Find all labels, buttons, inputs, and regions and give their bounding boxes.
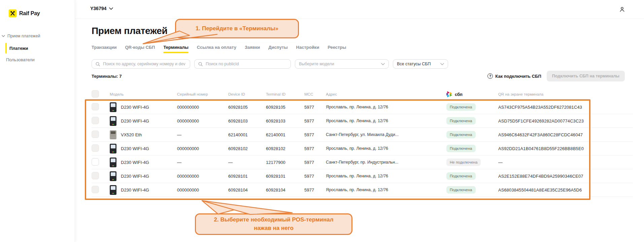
select-all-checkbox[interactable] [92,90,99,98]
search-address-field[interactable] [92,59,190,69]
mcc: 5977 [304,118,326,124]
sbp-status-badge: Не подключена [446,159,481,166]
sidebar-item[interactable]: Пользователи [0,54,75,65]
sbp-status-select-value: Все статусы СБП [397,62,431,66]
address: Ярославль, пр. Ленина, д. 12/76 [326,187,446,192]
sidebar-section-payments-accept[interactable]: Прием платежей [0,32,75,40]
annotation-step1: 1. Перейдите в «Терминалы» [175,19,299,38]
terminals-count: Терминалы: 7 [92,74,122,79]
models-select[interactable]: Выберите модели [295,59,389,69]
col-header-sbp: сбп [446,91,498,98]
terminal-device-icon [110,144,116,153]
terminal-row[interactable]: D230 WIFI-4G 000000000 60928102 60928102… [92,142,633,155]
device-id: 62140001 [228,132,266,137]
sidebar-section-label: Прием платежей [7,34,40,38]
serial-number: 000000000 [177,146,228,151]
sidebar-items: Платежи Пользователи [0,42,75,65]
row-checkbox[interactable] [92,117,99,124]
terminal-id: 62140001 [266,132,304,137]
terminal-table-body: D230 WIFI-4G 000000000 60928105 60928105… [92,100,633,197]
model-label: D230 WIFI-4G [121,105,149,110]
terminals-table: Модель Серийный номер Device ID Terminal… [92,88,633,197]
tab[interactable]: Транзакции [92,45,116,53]
device-id: 60928103 [228,118,266,124]
terminal-row[interactable]: VX520 Eth — 62140001 62140001 5977 Санкт… [92,128,633,142]
tab[interactable]: Терминалы [163,45,188,53]
brand-logo: Raif Pay [9,9,40,17]
terminal-row[interactable]: D230 WIFI-4G 000000000 60928104 60928104… [92,183,633,197]
sbp-logo-icon [446,91,453,98]
col-header-device-id: Device ID [228,92,266,96]
search-icon [96,62,100,66]
chevron-down-icon [109,7,113,10]
tab[interactable]: Диспуты [268,45,287,53]
sidebar-nav: Прием платежей Платежи Пользователи [0,32,75,65]
address: Ярославль, пр. Ленина, д. 12/76 [326,146,446,151]
chevron-down-icon [381,63,385,65]
terminal-id: 60928105 [266,105,304,110]
sbp-status-select[interactable]: Все статусы СБП [393,59,448,69]
sbp-status-badge: Подключена [446,172,476,180]
sidebar-item-label: Платежи [9,46,28,51]
col-header-qr: QR на экране терминала [498,92,633,96]
account-switcher[interactable]: Y36794 [90,6,113,11]
terminal-id: 60928101 [266,174,304,179]
tab[interactable]: Настройки [296,45,319,53]
col-header-model: Модель [110,92,177,96]
device-id: 60928105 [228,105,266,110]
connect-sbp-button[interactable]: Подключить СБП на терминалы [547,71,625,81]
serial-number: 000000000 [177,105,228,110]
address: Ярославль, пр. Ленина, д. 12/76 [326,105,446,109]
qr-code: AS2E152E88E74DF4BD9A25990346CE07 [498,174,633,179]
sbp-logo-text: сбп [455,92,463,97]
serial-number: 000000000 [177,174,228,179]
terminal-device-icon [110,158,116,167]
model-label: D230 WIFI-4G [121,187,149,193]
topbar: Y36794 [75,0,644,19]
terminal-row[interactable]: D230 WIFI-4G 000000000 60928105 60928105… [92,100,633,114]
col-header-address: Адрес [326,92,446,96]
terminal-id: 12177900 [266,160,304,165]
chevron-down-icon [2,35,5,37]
filter-bar: Выберите модели Все статусы СБП [92,59,448,69]
search-publicid-input[interactable] [205,61,287,67]
row-checkbox[interactable] [92,158,99,166]
row-checkbox[interactable] [92,144,99,152]
tab[interactable]: QR-коды СБП [125,45,155,53]
account-id: Y36794 [90,6,106,11]
terminal-row[interactable]: D230 WIFI-4G — — 12177900 5977 Санкт-Пет… [92,155,633,169]
row-checkbox[interactable] [92,186,99,193]
terminal-device-icon [110,116,116,126]
terminal-id: 60928104 [266,187,304,193]
header-actions: ? Как подключить СБП Подключить СБП на т… [487,71,625,81]
terminal-device-icon [110,185,116,195]
active-indicator-bar [5,43,7,54]
profile-button[interactable] [618,5,626,14]
model-label: D230 WIFI-4G [121,174,149,179]
serial-number: 000000000 [177,187,228,193]
brand-name: Raif Pay [19,10,40,16]
sbp-status-badge: Подключена [446,117,476,125]
sidebar-item[interactable]: Платежи [0,42,75,54]
tab[interactable]: Ссылка на оплату [197,45,236,53]
mcc: 5977 [304,105,326,110]
user-icon [619,6,625,13]
mcc: 5977 [304,146,326,151]
search-address-input[interactable] [102,61,186,67]
terminal-row[interactable]: D230 WIFI-4G 000000000 60928103 60928103… [92,114,633,128]
qr-code: AS946C64632F42F3A860C28FCDC46047 [498,132,633,137]
row-checkbox[interactable] [92,131,99,138]
tab[interactable]: Заявки [245,45,260,53]
annotation-step2-line2: нажав на него [254,224,294,233]
qr-code: AS92DD21A1B04761B8D55F226BB8B5E0 [498,146,633,151]
search-publicid-field[interactable] [194,59,291,69]
serial-number: 000000000 [177,118,228,124]
tab[interactable]: Реестры [328,45,346,53]
sidebar: Raif Pay Прием платежей Платежи Пользова… [0,0,75,242]
col-header-terminal-id: Terminal ID [266,92,304,96]
row-checkbox[interactable] [92,172,99,179]
qr-code: — [498,160,633,165]
terminal-row[interactable]: D230 WIFI-4G 000000000 60928101 60928101… [92,169,633,183]
row-checkbox[interactable] [92,103,99,110]
how-to-connect-sbp-link[interactable]: ? Как подключить СБП [487,73,541,79]
